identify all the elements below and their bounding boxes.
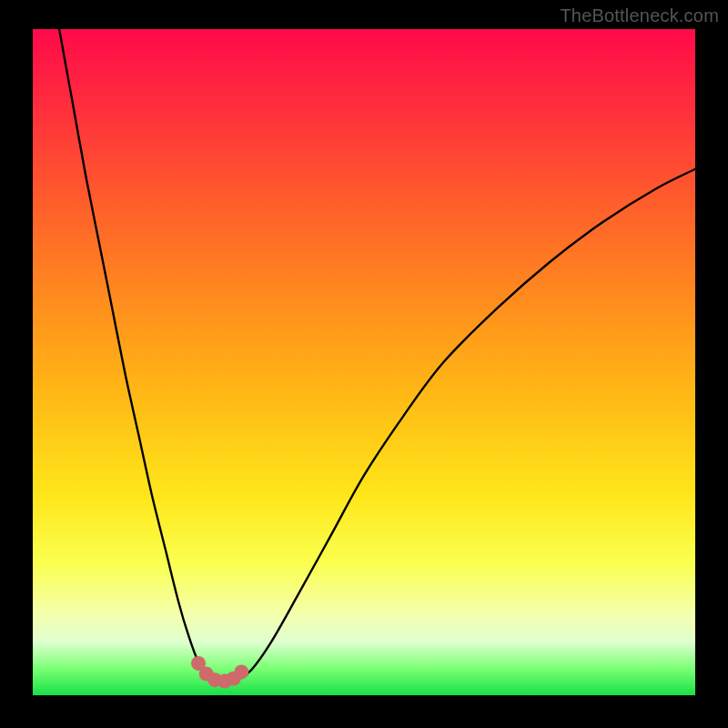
chart-frame: TheBottleneck.com	[0, 0, 728, 728]
plot-area	[33, 29, 695, 695]
valley-markers	[191, 656, 248, 689]
curve-layer	[33, 29, 695, 695]
valley-marker	[234, 664, 248, 679]
bottleneck-curve	[59, 29, 695, 682]
watermark-text: TheBottleneck.com	[560, 5, 719, 26]
